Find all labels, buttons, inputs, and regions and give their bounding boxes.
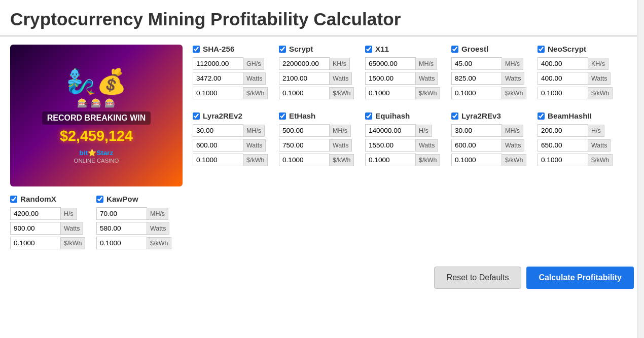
algo-checkbox-lyra2rev2[interactable] xyxy=(193,112,200,120)
hashrate-input-lyra2rev3[interactable] xyxy=(451,124,502,137)
power-input-sha256[interactable] xyxy=(193,72,243,85)
power-unit-randomx: Watts xyxy=(61,222,83,235)
ad-logo-prefix: bit xyxy=(80,149,88,157)
hashrate-row-kawpow: MH/s xyxy=(96,207,177,220)
algo-header-kawpow: KawPow xyxy=(96,195,177,203)
power-input-randomx[interactable] xyxy=(10,222,61,235)
algo-checkbox-kawpow[interactable] xyxy=(96,196,103,203)
power-input-lyra2rev2[interactable] xyxy=(193,139,243,152)
cost-input-neoscrypt[interactable] xyxy=(538,87,588,99)
cost-unit-beamhashii: $/kWh xyxy=(588,154,613,166)
cost-input-equihash[interactable] xyxy=(365,154,416,166)
algo-header-equihash: Equihash xyxy=(365,111,446,120)
power-input-scrypt[interactable] xyxy=(279,72,330,85)
hashrate-input-neoscrypt[interactable] xyxy=(538,57,588,70)
calculate-button[interactable]: Calculate Profitability xyxy=(526,267,634,289)
algo-checkbox-scrypt[interactable] xyxy=(279,46,286,53)
extra-algos-container: RandomXH/sWatts$/kWhKawPowMH/sWatts$/kWh xyxy=(10,195,634,249)
cost-row-neoscrypt: $/kWh xyxy=(538,87,619,99)
algo-checkbox-ethash[interactable] xyxy=(279,112,286,120)
reset-button[interactable]: Reset to Defaults xyxy=(434,267,522,289)
power-row-randomx: Watts xyxy=(10,222,91,235)
hashrate-input-groestl[interactable] xyxy=(451,57,502,70)
cost-input-beamhashii[interactable] xyxy=(538,154,588,166)
power-input-equihash[interactable] xyxy=(365,139,416,152)
power-input-groestl[interactable] xyxy=(451,72,502,85)
power-input-ethash[interactable] xyxy=(279,139,330,152)
power-input-beamhashii[interactable] xyxy=(538,139,588,152)
hashrate-input-sha256[interactable] xyxy=(193,57,243,70)
algo-checkbox-randomx[interactable] xyxy=(10,196,17,203)
power-row-beamhashii: Watts xyxy=(538,139,619,152)
algo-checkbox-lyra2rev3[interactable] xyxy=(451,112,458,120)
power-input-x11[interactable] xyxy=(365,72,416,85)
hashrate-unit-kawpow: MH/s xyxy=(147,208,168,220)
algo-name-beamhashii: BeamHashII xyxy=(548,111,592,120)
cost-input-lyra2rev2[interactable] xyxy=(193,154,243,166)
algo-header-lyra2rev2: Lyra2REv2 xyxy=(193,111,274,120)
algo-checkbox-x11[interactable] xyxy=(365,46,372,53)
power-row-lyra2rev2: Watts xyxy=(193,139,274,152)
power-row-x11: Watts xyxy=(365,72,446,85)
power-unit-groestl: Watts xyxy=(502,72,524,85)
cost-input-groestl[interactable] xyxy=(451,87,502,99)
hashrate-unit-lyra2rev3: MH/s xyxy=(502,125,523,137)
power-input-kawpow[interactable] xyxy=(96,222,147,235)
cost-input-randomx[interactable] xyxy=(10,237,61,249)
ad-record-text: RECORD BREAKING WIN xyxy=(42,111,151,125)
power-row-groestl: Watts xyxy=(451,72,532,85)
page-title: Cryptocurrency Mining Profitability Calc… xyxy=(0,0,644,36)
hashrate-unit-sha256: GH/s xyxy=(243,58,264,70)
hashrate-input-ethash[interactable] xyxy=(279,124,330,137)
algo-checkbox-groestl[interactable] xyxy=(451,46,458,53)
cost-unit-randomx: $/kWh xyxy=(61,237,85,249)
hashrate-input-randomx[interactable] xyxy=(10,207,61,220)
algo-header-ethash: EtHash xyxy=(279,111,360,120)
hashrate-unit-groestl: MH/s xyxy=(502,58,523,70)
hashrate-unit-neoscrypt: KH/s xyxy=(588,58,609,70)
cost-input-scrypt[interactable] xyxy=(279,87,330,99)
algo-header-neoscrypt: NeoScrypt xyxy=(538,45,619,53)
hashrate-row-x11: MH/s xyxy=(365,57,446,70)
cost-row-groestl: $/kWh xyxy=(451,87,532,99)
cost-input-ethash[interactable] xyxy=(279,154,330,166)
algo-name-lyra2rev3: Lyra2REv3 xyxy=(461,111,501,120)
ad-banner[interactable]: 🧞‍♂️💰 🎰 🎰 🎰 RECORD BREAKING WIN $2,459,1… xyxy=(10,45,183,186)
power-input-lyra2rev3[interactable] xyxy=(451,139,502,152)
hashrate-input-kawpow[interactable] xyxy=(96,207,147,220)
scrollbar[interactable] xyxy=(637,0,644,304)
ad-logo: bit⭐Starz ONLINE CASINO xyxy=(42,148,151,164)
bottom-section: RandomXH/sWatts$/kWhKawPowMH/sWatts$/kWh… xyxy=(0,195,644,304)
power-unit-x11: Watts xyxy=(416,72,438,85)
power-row-lyra2rev3: Watts xyxy=(451,139,532,152)
hashrate-unit-scrypt: KH/s xyxy=(330,58,350,70)
algo-checkbox-equihash[interactable] xyxy=(365,112,372,120)
hashrate-input-lyra2rev2[interactable] xyxy=(193,124,243,137)
hashrate-input-equihash[interactable] xyxy=(365,124,416,137)
cost-input-kawpow[interactable] xyxy=(96,237,147,249)
power-row-equihash: Watts xyxy=(365,139,446,152)
cost-unit-x11: $/kWh xyxy=(416,87,440,99)
hashrate-input-x11[interactable] xyxy=(365,57,416,70)
algo-card-kawpow: KawPowMH/sWatts$/kWh xyxy=(96,195,177,249)
cost-unit-kawpow: $/kWh xyxy=(147,237,171,249)
algo-checkbox-beamhashii[interactable] xyxy=(538,112,545,120)
cost-input-x11[interactable] xyxy=(365,87,416,99)
algo-header-x11: X11 xyxy=(365,45,446,53)
cost-input-lyra2rev3[interactable] xyxy=(451,154,502,166)
hashrate-input-scrypt[interactable] xyxy=(279,57,330,70)
power-row-ethash: Watts xyxy=(279,139,360,152)
power-unit-equihash: Watts xyxy=(416,139,438,152)
hashrate-unit-x11: MH/s xyxy=(416,58,437,70)
ad-amount: $2,459,124 xyxy=(42,128,151,144)
hashrate-row-ethash: MH/s xyxy=(279,124,360,137)
algo-checkbox-neoscrypt[interactable] xyxy=(538,46,545,53)
algo-checkbox-sha256[interactable] xyxy=(193,46,200,53)
power-unit-sha256: Watts xyxy=(243,72,266,85)
cost-input-sha256[interactable] xyxy=(193,87,243,99)
cost-row-kawpow: $/kWh xyxy=(96,237,177,249)
hashrate-input-beamhashii[interactable] xyxy=(538,124,588,137)
power-input-neoscrypt[interactable] xyxy=(538,72,588,85)
algo-name-lyra2rev2: Lyra2REv2 xyxy=(203,111,242,120)
algo-name-neoscrypt: NeoScrypt xyxy=(548,45,586,53)
